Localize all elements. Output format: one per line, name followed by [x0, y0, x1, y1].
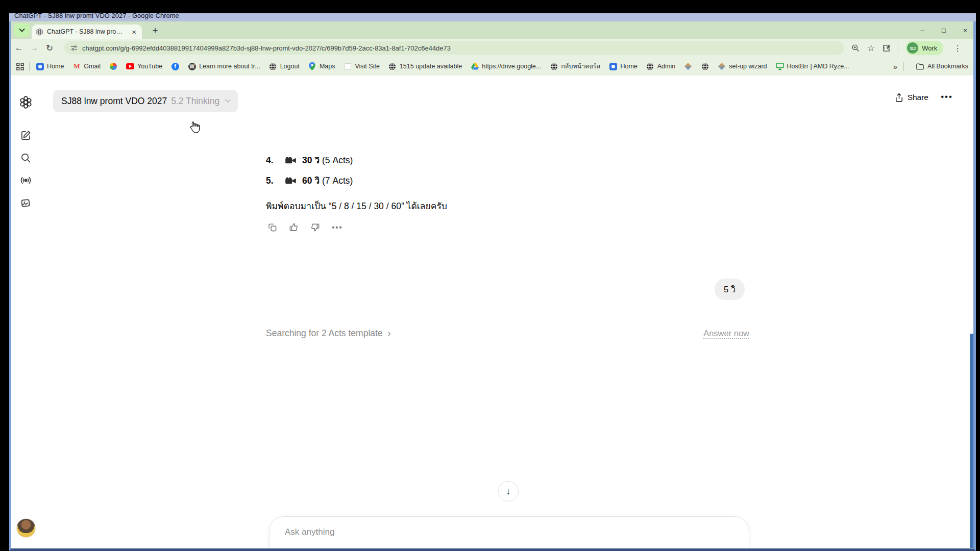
- bookmarks-overflow-icon[interactable]: »: [893, 62, 897, 71]
- bookmark-hostbrr[interactable]: HostBrr | AMD Ryze...: [776, 62, 849, 70]
- bookmark-facebook[interactable]: f: [171, 62, 179, 70]
- bookmarks-bar: Home MGmail YouTube f WLearn more about …: [11, 57, 973, 76]
- globe-icon: [701, 63, 709, 70]
- chevron-down-icon: [225, 97, 231, 103]
- apps-grid-icon[interactable]: [16, 63, 24, 70]
- chevron-down-icon: [19, 26, 24, 32]
- toolbar-icons: ☆ SJ Work ⋮: [851, 41, 965, 55]
- composer: + Thinking: [269, 516, 749, 551]
- maps-pin-icon: [309, 62, 315, 70]
- address-bar[interactable]: chatgpt.com/g/g-6992efdd4038819917404999…: [64, 41, 844, 55]
- browser-tab[interactable]: ChatGPT - SJ88 lnw promt VDO ×: [32, 24, 142, 39]
- user-avatar[interactable]: [16, 518, 36, 538]
- tab-search-button[interactable]: [14, 23, 30, 37]
- profile-chip[interactable]: SJ Work: [905, 41, 943, 55]
- bookmark-learn-more[interactable]: WLearn more about tr...: [188, 62, 260, 70]
- blue-app-icon: [36, 63, 44, 70]
- bookmark-logout[interactable]: Logout: [269, 62, 300, 70]
- bookmark-setup-wizard[interactable]: set-up wizard: [718, 62, 767, 70]
- bookmark-star-icon[interactable]: ☆: [867, 43, 875, 54]
- extensions-icon[interactable]: [882, 44, 891, 53]
- assistant-paragraph: พิมพ์ตอบมาเป็น “5 / 8 / 15 / 30 / 60” ได…: [266, 199, 447, 213]
- folder-icon: [916, 63, 924, 70]
- wordpress-icon: W: [188, 63, 196, 70]
- message-more-icon[interactable]: •••: [332, 222, 342, 232]
- voice-broadcast-icon[interactable]: [15, 170, 36, 190]
- user-message-bubble: 5 วิ: [715, 279, 745, 300]
- bookmark-home-1[interactable]: Home: [36, 62, 64, 70]
- answer-now-link[interactable]: Answer now: [703, 329, 749, 338]
- reload-button[interactable]: ↻: [42, 43, 57, 54]
- bookmark-icon-only-2[interactable]: [701, 62, 709, 70]
- profile-avatar: SJ: [907, 42, 918, 54]
- search-icon[interactable]: [15, 147, 36, 168]
- scroll-to-bottom-button[interactable]: ↓: [498, 481, 519, 502]
- bookmark-youtube[interactable]: YouTube: [126, 62, 162, 70]
- message-actions: •••: [267, 222, 342, 232]
- thumbs-up-icon[interactable]: [289, 222, 299, 232]
- conversation-title: SJ88 lnw promt VDO 2027: [61, 96, 167, 107]
- minimize-button[interactable]: –: [918, 27, 926, 34]
- bookmark-course-page[interactable]: กลับหน้าคอร์ส: [550, 61, 600, 71]
- drive-icon: [471, 63, 479, 70]
- list-item-5: 5. 60 วิ (7 Acts): [266, 173, 353, 188]
- diamond-icon: [684, 63, 692, 70]
- bookmark-maps[interactable]: Maps: [308, 62, 335, 70]
- forward-button[interactable]: →: [27, 43, 42, 53]
- divider: [903, 62, 904, 71]
- google-photos-icon: [110, 63, 117, 70]
- bookmark-icon-only-1[interactable]: [684, 62, 692, 70]
- profile-name: Work: [922, 44, 937, 52]
- conversation-more-icon[interactable]: •••: [941, 92, 953, 102]
- chatgpt-page: SJ88 lnw promt VDO 2027 5.2 Thinking Sha…: [11, 76, 973, 551]
- bookmark-photos[interactable]: [109, 62, 117, 70]
- window-controls: – □ ×: [918, 21, 969, 39]
- bookmark-drive[interactable]: https://drive.google...: [471, 62, 541, 70]
- new-chat-icon[interactable]: [15, 125, 36, 145]
- divider: [898, 43, 898, 53]
- bookmark-home-2[interactable]: Home: [609, 62, 637, 70]
- bookmark-admin[interactable]: Admin: [646, 62, 675, 70]
- globe-icon: [646, 63, 654, 70]
- page-scrollbar-thumb[interactable]: [970, 334, 973, 548]
- all-bookmarks-button[interactable]: All Bookmarks: [916, 63, 968, 70]
- message-input[interactable]: [285, 527, 642, 537]
- library-images-icon[interactable]: [15, 193, 36, 213]
- chatgpt-favicon: [36, 28, 43, 36]
- share-upload-icon: [895, 93, 903, 102]
- sidebar: [11, 76, 42, 551]
- tab-bar: ChatGPT - SJ88 lnw promt VDO × + – □ ×: [11, 21, 973, 39]
- monitor-icon: [776, 63, 784, 70]
- bookmark-gmail[interactable]: MGmail: [72, 62, 101, 70]
- gmail-icon: M: [72, 62, 81, 70]
- searching-status[interactable]: Searching for 2 Acts template ›: [266, 328, 391, 339]
- window-title: ChatGPT - SJ88 lnw promt VDO 2027 - Goog…: [14, 13, 976, 19]
- youtube-icon: [126, 63, 134, 69]
- bookmark-visit-site[interactable]: Visit Site: [344, 62, 379, 70]
- chatgpt-logo-icon[interactable]: [15, 92, 36, 112]
- copy-icon[interactable]: [267, 222, 277, 232]
- browser-menu-icon[interactable]: ⋮: [950, 43, 965, 53]
- share-button[interactable]: Share: [895, 93, 928, 102]
- chevron-right-icon: ›: [388, 328, 391, 339]
- browser-toolbar: ← → ↻ chatgpt.com/g/g-6992efdd4038819917…: [11, 39, 973, 57]
- maximize-button[interactable]: □: [940, 27, 948, 34]
- status-row: Searching for 2 Acts template › Answer n…: [266, 328, 749, 339]
- tab-close-icon[interactable]: ×: [130, 28, 138, 36]
- globe-icon: [269, 63, 277, 70]
- diamond-icon: [718, 63, 725, 70]
- window-titlebar: ChatGPT - SJ88 lnw promt VDO 2027 - Goog…: [9, 13, 976, 21]
- new-tab-button[interactable]: +: [148, 24, 162, 37]
- blank-icon: [345, 63, 351, 70]
- back-button[interactable]: ←: [11, 43, 27, 53]
- share-label: Share: [908, 93, 928, 102]
- model-label: 5.2 Thinking: [171, 96, 219, 107]
- close-button[interactable]: ×: [961, 27, 969, 34]
- url-text: chatgpt.com/g/g-6992efdd4038819917404999…: [82, 44, 451, 52]
- thumbs-down-icon[interactable]: [310, 222, 320, 232]
- site-settings-icon[interactable]: [70, 44, 78, 52]
- bookmark-1515-update[interactable]: 1515 update available: [388, 62, 462, 70]
- movie-camera-icon: [285, 157, 296, 164]
- zoom-icon[interactable]: [851, 44, 860, 53]
- conversation-title-dropdown[interactable]: SJ88 lnw promt VDO 2027 5.2 Thinking: [53, 90, 238, 112]
